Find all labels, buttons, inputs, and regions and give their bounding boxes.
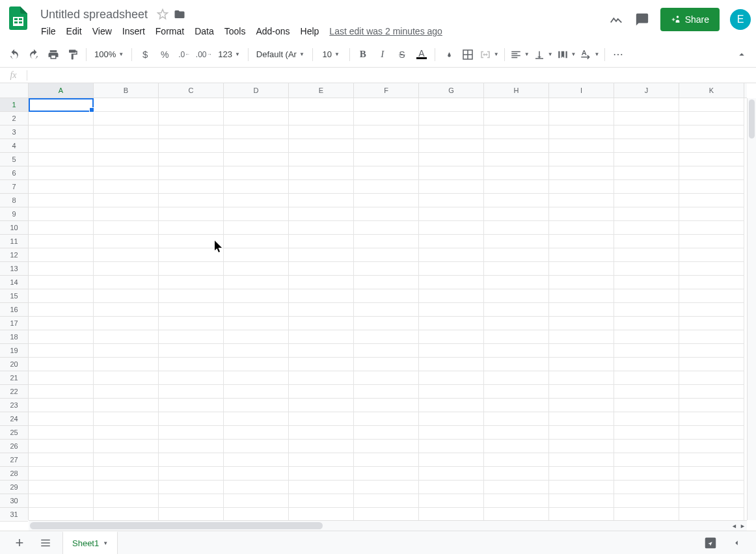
cell-J14[interactable] <box>614 276 679 289</box>
cell-I13[interactable] <box>549 262 614 276</box>
cell-C16[interactable] <box>159 303 224 317</box>
cell-F11[interactable] <box>354 235 419 248</box>
cell-I18[interactable] <box>549 330 614 344</box>
cell-A12[interactable] <box>29 248 94 262</box>
cell-I19[interactable] <box>549 344 614 358</box>
cell-B5[interactable] <box>94 153 159 166</box>
cell-E24[interactable] <box>289 412 354 426</box>
number-format-dropdown[interactable]: 123▼ <box>214 46 244 64</box>
cell-E26[interactable] <box>289 440 354 453</box>
account-avatar[interactable]: E <box>730 9 751 30</box>
explore-button[interactable] <box>701 534 720 552</box>
cell-J3[interactable] <box>614 125 679 139</box>
cell-A29[interactable] <box>29 481 94 494</box>
cell-B1[interactable] <box>94 98 159 112</box>
column-header-C[interactable]: C <box>159 83 224 98</box>
cell-F8[interactable] <box>354 194 419 207</box>
cell-C31[interactable] <box>159 508 224 520</box>
cell-D8[interactable] <box>224 194 289 207</box>
cell-E31[interactable] <box>289 508 354 520</box>
cell-J18[interactable] <box>614 330 679 344</box>
cell-G11[interactable] <box>419 235 484 248</box>
cell-A27[interactable] <box>29 453 94 467</box>
cell-H29[interactable] <box>484 481 549 494</box>
select-all-corner[interactable] <box>0 83 29 98</box>
cell-C8[interactable] <box>159 194 224 207</box>
cell-B12[interactable] <box>94 248 159 262</box>
cell-F7[interactable] <box>354 180 419 194</box>
cell-I4[interactable] <box>549 139 614 153</box>
cell-D28[interactable] <box>224 467 289 481</box>
row-header-16[interactable]: 16 <box>0 303 28 317</box>
cell-A16[interactable] <box>29 303 94 317</box>
row-header-22[interactable]: 22 <box>0 385 28 399</box>
row-header-29[interactable]: 29 <box>0 481 28 494</box>
cell-E7[interactable] <box>289 180 354 194</box>
cell-D18[interactable] <box>224 330 289 344</box>
cell-D15[interactable] <box>224 289 289 303</box>
cell-D10[interactable] <box>224 221 289 235</box>
cell-I11[interactable] <box>549 235 614 248</box>
row-header-7[interactable]: 7 <box>0 180 28 194</box>
cell-H10[interactable] <box>484 221 549 235</box>
add-sheet-button[interactable]: + <box>10 534 29 552</box>
sheets-logo[interactable] <box>5 5 31 31</box>
row-header-31[interactable]: 31 <box>0 508 28 521</box>
cell-B30[interactable] <box>94 494 159 508</box>
cell-G3[interactable] <box>419 125 484 139</box>
menu-file[interactable]: File <box>36 23 61 39</box>
cell-D12[interactable] <box>224 248 289 262</box>
row-header-10[interactable]: 10 <box>0 221 28 235</box>
cell-C12[interactable] <box>159 248 224 262</box>
cell-A25[interactable] <box>29 426 94 440</box>
cell-E15[interactable] <box>289 289 354 303</box>
row-header-8[interactable]: 8 <box>0 194 28 207</box>
cell-J20[interactable] <box>614 358 679 371</box>
last-edit-link[interactable]: Last edit was 2 minutes ago <box>325 23 447 39</box>
cell-G16[interactable] <box>419 303 484 317</box>
cell-I14[interactable] <box>549 276 614 289</box>
cell-J29[interactable] <box>614 481 679 494</box>
cell-A9[interactable] <box>29 207 94 221</box>
paint-format-button[interactable] <box>64 46 82 64</box>
cell-C19[interactable] <box>159 344 224 358</box>
cell-G28[interactable] <box>419 467 484 481</box>
cell-H6[interactable] <box>484 166 549 180</box>
text-color-button[interactable]: A <box>412 46 431 64</box>
column-header-A[interactable]: A <box>29 83 94 98</box>
cell-F25[interactable] <box>354 426 419 440</box>
menu-tools[interactable]: Tools <box>220 23 250 39</box>
cell-G24[interactable] <box>419 412 484 426</box>
cell-J5[interactable] <box>614 153 679 166</box>
column-header-G[interactable]: G <box>419 83 484 98</box>
cell-G27[interactable] <box>419 453 484 467</box>
row-header-15[interactable]: 15 <box>0 289 28 303</box>
cell-B17[interactable] <box>94 317 159 330</box>
cell-E30[interactable] <box>289 494 354 508</box>
row-header-23[interactable]: 23 <box>0 399 28 412</box>
cell-K3[interactable] <box>679 125 744 139</box>
cell-F16[interactable] <box>354 303 419 317</box>
cell-B31[interactable] <box>94 508 159 520</box>
cell-A1[interactable] <box>29 98 94 112</box>
cell-F24[interactable] <box>354 412 419 426</box>
cell-A26[interactable] <box>29 440 94 453</box>
cell-B27[interactable] <box>94 453 159 467</box>
cell-K24[interactable] <box>679 412 744 426</box>
column-header-B[interactable]: B <box>94 83 159 98</box>
cell-K21[interactable] <box>679 371 744 385</box>
cell-E3[interactable] <box>289 125 354 139</box>
redo-button[interactable] <box>25 46 43 64</box>
cell-K25[interactable] <box>679 426 744 440</box>
cell-I29[interactable] <box>549 481 614 494</box>
cell-E5[interactable] <box>289 153 354 166</box>
column-header-E[interactable]: E <box>289 83 354 98</box>
cell-G22[interactable] <box>419 385 484 399</box>
cell-C25[interactable] <box>159 426 224 440</box>
row-header-14[interactable]: 14 <box>0 276 28 289</box>
cell-B10[interactable] <box>94 221 159 235</box>
cell-H17[interactable] <box>484 317 549 330</box>
cell-I3[interactable] <box>549 125 614 139</box>
cell-H8[interactable] <box>484 194 549 207</box>
cell-C4[interactable] <box>159 139 224 153</box>
